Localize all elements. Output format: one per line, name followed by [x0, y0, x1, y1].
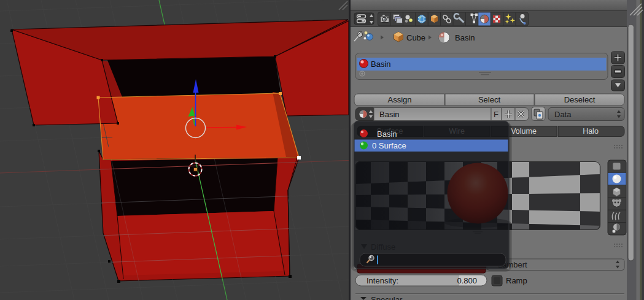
svg-text:Basin: Basin [379, 110, 400, 119]
svg-text:Data: Data [554, 110, 572, 119]
svg-text:0 Surface: 0 Surface [372, 141, 406, 150]
svg-text:Cube: Cube [406, 33, 425, 42]
svg-text:Volume: Volume [511, 127, 537, 136]
svg-text:Deselect: Deselect [564, 95, 596, 104]
svg-text:Ramp: Ramp [506, 276, 527, 285]
svg-text:Intensity:: Intensity: [367, 276, 398, 285]
svg-text:Select: Select [478, 95, 501, 104]
svg-text:Specular: Specular [371, 295, 403, 300]
svg-text:F: F [494, 110, 499, 119]
svg-text:Halo: Halo [583, 127, 599, 136]
svg-text:Basin: Basin [371, 60, 391, 69]
svg-text:Basin: Basin [377, 129, 397, 139]
svg-text:Basin: Basin [455, 33, 475, 42]
svg-text:Assign: Assign [387, 95, 411, 104]
svg-text:0.800: 0.800 [457, 276, 477, 285]
